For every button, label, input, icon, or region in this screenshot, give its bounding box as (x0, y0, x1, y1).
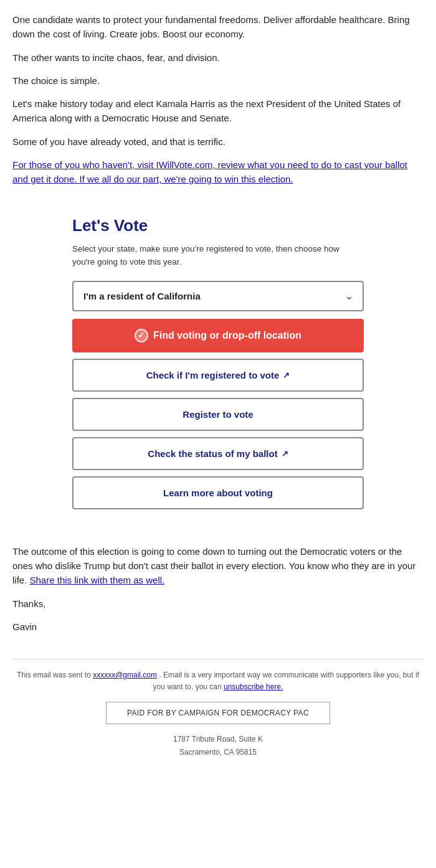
register-label: Register to vote (182, 409, 253, 420)
para3: The choice is simple. (12, 73, 424, 88)
signature-text: Gavin (12, 620, 424, 634)
find-location-label: Find voting or drop-off location (153, 330, 301, 341)
paid-for-box: PAID FOR BY CAMPAIGN FOR DEMOCRACY PAC (106, 702, 330, 724)
state-dropdown[interactable]: I'm a resident of CaliforniaAlabamaAlask… (72, 281, 364, 311)
check-registered-button[interactable]: Check if I'm registered to vote ↗ (72, 359, 364, 392)
state-dropdown-wrapper: I'm a resident of CaliforniaAlabamaAlask… (72, 281, 364, 311)
address-line1: 1787 Tribute Road, Suite K (12, 733, 424, 745)
thanks-text: Thanks, (12, 597, 424, 611)
vote-title: Let's Vote (72, 216, 364, 235)
para5: Some of you have already voted, and that… (12, 134, 424, 149)
para4: Let's make history today and elect Kamal… (12, 97, 424, 126)
check-ballot-status-button[interactable]: Check the status of my ballot ↗ (72, 437, 364, 470)
external-link-icon-2: ↗ (282, 449, 288, 458)
learn-more-label: Learn more about voting (163, 488, 273, 498)
unsubscribe-link[interactable]: unsubscribe here. (224, 682, 283, 691)
register-to-vote-button[interactable]: Register to vote (72, 398, 364, 431)
para6: For those of you who haven't, visit IWil… (12, 158, 424, 187)
para1: One candidate wants to protect your fund… (12, 12, 424, 42)
check-ballot-label: Check the status of my ballot (148, 448, 277, 459)
external-link-icon: ↗ (283, 370, 290, 380)
iwillvote-link[interactable]: For those of you who haven't, visit IWil… (12, 159, 407, 184)
check-registered-label: Check if I'm registered to vote (146, 370, 280, 380)
para7: The outcome of this election is going to… (12, 544, 424, 588)
vote-section: Let's Vote Select your state, make sure … (50, 201, 386, 529)
paid-for-text: PAID FOR BY CAMPAIGN FOR DEMOCRACY PAC (127, 709, 309, 717)
checkmark-icon: ✓ (135, 329, 148, 342)
learn-more-button[interactable]: Learn more about voting (72, 476, 364, 509)
footer-email[interactable]: xxxxxx@gmail.com (93, 671, 157, 679)
find-location-button[interactable]: ✓ Find voting or drop-off location (72, 319, 364, 352)
footer-divider (12, 659, 424, 659)
footer-email-info: This email was sent to xxxxxx@gmail.com … (12, 669, 424, 693)
vote-subtitle: Select your state, make sure you're regi… (72, 243, 364, 268)
share-link[interactable]: Share this link with them as well. (30, 575, 165, 585)
para2: The other wants to incite chaos, fear, a… (12, 50, 424, 65)
address-line2: Sacramento, CA 95815 (12, 746, 424, 758)
footer-address: 1787 Tribute Road, Suite K Sacramento, C… (12, 733, 424, 758)
